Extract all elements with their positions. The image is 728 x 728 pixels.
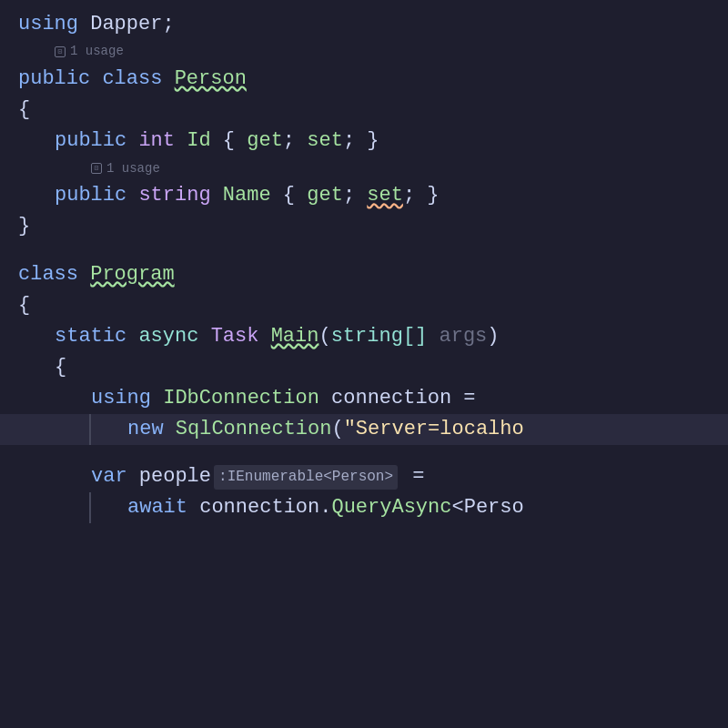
usage-count-2: 1 usage [106,159,160,179]
line-brace-open-1: { [0,95,728,126]
people-var: people [139,461,211,492]
usage-icon-1: ⊡ [55,46,66,57]
usage-icon-2: ⊡ [91,163,102,174]
task-type: Task [211,321,259,352]
line-brace-open-2: { [0,290,728,321]
usage-count-1: 1 usage [70,42,124,62]
static-kw: static [55,321,126,352]
brace-open-2: { [18,290,30,321]
spacer-1 [0,243,728,259]
line-property-name: public string Name { get ; set ; } [0,180,728,211]
main-method: Main [271,321,319,352]
int-kw: int [138,126,175,157]
using-kw-2: using [91,383,151,414]
name-prop: Name [223,180,271,211]
usage-info-1[interactable]: ⊡ 1 usage [0,40,728,64]
continuation-bar [89,414,91,445]
id-prop: Id [187,126,210,157]
brace-open-1: { [18,95,30,126]
async-kw: async [138,321,198,352]
class-kw-1: class [102,64,162,95]
string-arr: string[] [331,321,428,352]
person-type: Person [175,64,247,95]
line-class-program: class Program [0,259,728,290]
using-keyword: using [18,9,78,40]
brace-close-1: } [18,211,30,242]
space [78,9,90,40]
line-await: await connection . QueryAsync <Perso [0,492,728,523]
line-var-people: var people :IEnumerable<Person> = [0,461,728,492]
new-kw: new [127,414,164,445]
brace-open-3: { [55,352,66,383]
usage-info-2[interactable]: ⊡ 1 usage [0,157,728,180]
line-brace-open-3: { [0,352,728,383]
line-using-conn: using IDbConnection connection = [0,383,728,414]
line-new-conn: new SqlConnection ( "Server=localho [0,414,728,445]
dapper-text: Dapper; [90,9,174,40]
get-kw-2: get [307,180,343,211]
line-method-main: static async Task Main ( string[] args ) [0,321,728,352]
conn-ref: connection [199,492,319,523]
var-kw: var [91,461,127,492]
line-using-dapper: using Dapper; [0,9,728,40]
sqlconn-type: SqlConnection [176,414,332,445]
program-type: Program [90,259,174,290]
await-kw: await [127,492,187,523]
spacer-2 [0,445,728,461]
public-kw-3: public [55,180,126,211]
line-brace-close-1: } [0,211,728,242]
set-kw-1: set [307,126,343,157]
ienumerable-hint: :IEnumerable<Person> [214,465,398,490]
conn-var: connection [331,383,451,414]
get-kw-1: get [247,126,283,157]
idbconn-type: IDbConnection [163,383,319,414]
continuation-bar-2 [89,492,91,523]
public-kw-1: public [18,64,90,95]
args-param: args [440,321,488,352]
code-editor: using Dapper; ⊡ 1 usage public class Per… [0,0,728,728]
line-class-person: public class Person [0,64,728,95]
line-property-id: public int Id { get ; set ; } [0,126,728,157]
queryasync-method: QueryAsync [331,492,451,523]
string-kw-1: string [138,180,210,211]
server-string: "Server=localho [344,414,524,445]
public-kw-2: public [55,126,126,157]
class-kw-2: class [18,259,78,290]
set-kw-2: set [367,180,403,211]
